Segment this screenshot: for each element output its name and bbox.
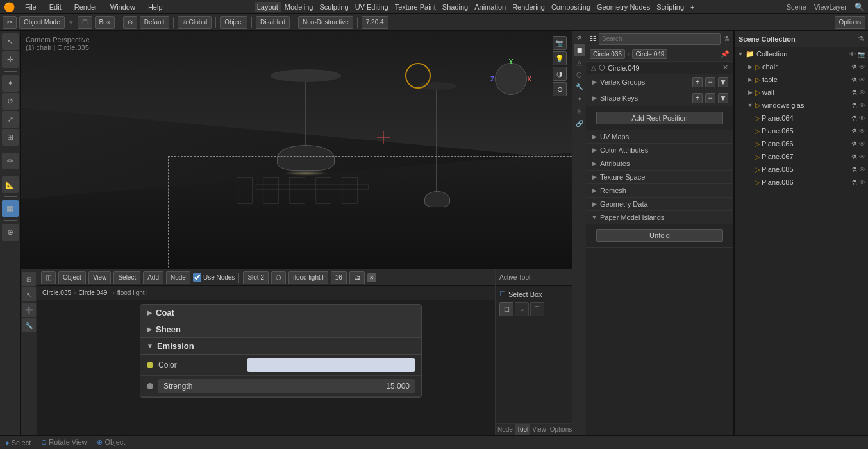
circle-mode-btn[interactable]: ○ bbox=[515, 302, 529, 316]
options-btn[interactable]: Options bbox=[835, 16, 865, 29]
node-select-btn[interactable]: ↖ bbox=[22, 287, 36, 301]
object-icon-btn[interactable]: 🔲 bbox=[574, 44, 585, 56]
pin-btn[interactable]: 📌 bbox=[721, 50, 730, 58]
tab-sculpting[interactable]: Sculpting bbox=[317, 2, 351, 12]
plane086-eye[interactable]: 👁 bbox=[859, 179, 865, 186]
plane065-eye[interactable]: 👁 bbox=[859, 128, 865, 135]
node-tool-btn[interactable]: 🔧 bbox=[22, 318, 36, 332]
lasso-mode-btn[interactable]: ⌒ bbox=[530, 302, 544, 316]
tree-item-plane085[interactable]: ▷ Plane.085 ⚗ 👁 bbox=[735, 163, 868, 176]
modifier-icon-btn[interactable]: 🔧 bbox=[574, 81, 585, 92]
select-tool-btn[interactable]: ↖ bbox=[2, 33, 19, 50]
rotate-tool-btn[interactable]: ↺ bbox=[2, 93, 19, 110]
tree-item-chair[interactable]: ▶ ▷ chair ⚗ 👁 bbox=[735, 60, 868, 73]
tab-shading[interactable]: Shading bbox=[440, 2, 471, 12]
add-rest-btn[interactable]: Add Rest Position bbox=[596, 112, 723, 124]
node-add-btn[interactable]: ➕ bbox=[22, 303, 36, 317]
node-view-btn[interactable]: ⊞ bbox=[22, 272, 36, 286]
node-node-menu[interactable]: Node bbox=[166, 271, 190, 284]
tree-item-wall[interactable]: ▶ ▷ wall ⚗ 👁 bbox=[735, 86, 868, 99]
physics-icon-btn[interactable]: ⚛ bbox=[574, 105, 585, 117]
filter-icon-btn[interactable]: ⚗ bbox=[574, 32, 585, 44]
menu-help[interactable]: Help bbox=[146, 2, 165, 12]
object-mode-btn[interactable]: Object Mode bbox=[19, 16, 65, 29]
shape-keys-header[interactable]: ▶ Shape Keys + − ▼ bbox=[586, 90, 733, 106]
sheen-section-header[interactable]: ▶ Sheen bbox=[140, 321, 421, 338]
tab-modeling[interactable]: Modeling bbox=[282, 2, 316, 12]
plane085-eye[interactable]: 👁 bbox=[859, 166, 865, 173]
material-btn[interactable]: ⬡ bbox=[271, 271, 286, 284]
menu-render[interactable]: Render bbox=[72, 2, 100, 12]
collection-cam[interactable]: 📷 bbox=[858, 51, 865, 58]
editor-type-btn[interactable]: ◫ bbox=[41, 271, 56, 284]
fake-user-btn[interactable]: ✕ bbox=[722, 64, 728, 72]
type-btn[interactable]: Object bbox=[220, 16, 247, 29]
view-tab[interactable]: View bbox=[530, 424, 548, 435]
transform-tool-btn[interactable]: ⊞ bbox=[2, 129, 19, 146]
users-btn[interactable]: 16 bbox=[331, 271, 347, 284]
material-icon-btn[interactable]: ⬡ bbox=[574, 69, 585, 80]
move-tool-btn[interactable]: ✦ bbox=[2, 75, 19, 92]
breadcrumb-item-1[interactable]: Circle.035 bbox=[42, 289, 71, 296]
camera-icon[interactable]: 📷 bbox=[553, 36, 567, 50]
viewport-shading-icon[interactable]: ◑ bbox=[553, 67, 567, 81]
wall-eye[interactable]: 👁 bbox=[859, 89, 865, 96]
table-eye[interactable]: 👁 bbox=[859, 76, 865, 83]
vg-remove-btn[interactable]: − bbox=[705, 77, 715, 87]
tree-item-windows[interactable]: ▼ ▷ windows glas ⚗ 👁 bbox=[735, 99, 868, 112]
tab-compositing[interactable]: Compositing bbox=[549, 2, 593, 12]
circle-049-btn[interactable]: Circle.049 bbox=[632, 49, 667, 59]
plane064-eye[interactable]: 👁 bbox=[859, 115, 865, 122]
box-select-btn[interactable]: ☐ bbox=[78, 16, 92, 29]
shading-tool-btn[interactable]: ▦ bbox=[2, 200, 19, 217]
vg-add-btn[interactable]: + bbox=[692, 77, 703, 87]
collection-eye[interactable]: 👁 bbox=[849, 51, 856, 58]
pivot-btn[interactable]: ⊙ bbox=[123, 16, 137, 29]
extra-tool-btn[interactable]: ⊕ bbox=[2, 224, 19, 241]
box-mode-btn[interactable]: ☐ bbox=[499, 302, 513, 316]
tree-item-table[interactable]: ▶ ▷ table ⚗ 👁 bbox=[735, 73, 868, 86]
tree-item-plane086[interactable]: ▷ Plane.086 ⚗ 👁 bbox=[735, 176, 868, 189]
tree-item-plane065[interactable]: ▷ Plane.065 ⚗ 👁 bbox=[735, 124, 868, 137]
sk-options-btn[interactable]: ▼ bbox=[718, 93, 728, 103]
tab-rendering[interactable]: Rendering bbox=[510, 2, 547, 12]
menu-window[interactable]: Window bbox=[108, 2, 138, 12]
tab-animation[interactable]: Animation bbox=[472, 2, 508, 12]
coat-section-header[interactable]: ▶ Coat bbox=[140, 305, 421, 321]
mesh-icon-btn[interactable]: △ bbox=[574, 56, 585, 68]
vg-options-btn[interactable]: ▼ bbox=[718, 77, 728, 87]
global-btn[interactable]: ⊕ Global bbox=[178, 16, 212, 29]
mode-select[interactable]: ✂ bbox=[3, 16, 17, 29]
tree-item-collection[interactable]: ▼ 📁 Collection 👁 📷 bbox=[735, 47, 868, 60]
constraints-icon-btn[interactable]: 🔗 bbox=[574, 117, 585, 129]
proportional-btn[interactable]: Disabled bbox=[256, 16, 290, 29]
node-select-menu[interactable]: Select bbox=[113, 271, 140, 284]
sk-add-btn[interactable]: + bbox=[692, 93, 703, 103]
node-add-menu[interactable]: Add bbox=[143, 271, 163, 284]
material-name-btn[interactable]: flood light l bbox=[288, 271, 328, 284]
paper-model-header[interactable]: ▼ Paper Model Islands bbox=[586, 211, 733, 224]
render-preview-icon[interactable]: 💡 bbox=[553, 51, 567, 65]
tab-uv-editing[interactable]: UV Editing bbox=[353, 2, 391, 12]
uv-maps-header[interactable]: ▶ UV Maps bbox=[586, 130, 733, 143]
outliner-search[interactable] bbox=[599, 33, 721, 45]
circle-035-btn[interactable]: Circle.035 bbox=[590, 49, 625, 59]
3d-viewport[interactable]: Camera Perspective (1) chair | Circle.03… bbox=[21, 31, 572, 268]
tree-item-plane064[interactable]: ▷ Plane.064 ⚗ 👁 bbox=[735, 112, 868, 124]
pivot-label-btn[interactable]: Default bbox=[140, 16, 169, 29]
windows-eye[interactable]: 👁 bbox=[859, 102, 865, 109]
tab-geometry-nodes[interactable]: Geometry Nodes bbox=[594, 2, 653, 12]
use-nodes-checkbox[interactable] bbox=[193, 273, 201, 282]
use-nodes-label[interactable]: Use Nodes bbox=[193, 273, 235, 282]
filter-btn[interactable]: ⚗ bbox=[723, 35, 730, 43]
transform-btn[interactable]: Box bbox=[95, 16, 115, 29]
tab-layout[interactable]: Layout bbox=[255, 2, 281, 12]
menu-edit[interactable]: Edit bbox=[47, 2, 64, 12]
menu-file[interactable]: File bbox=[22, 2, 39, 12]
node-mode-btn[interactable]: Object bbox=[58, 271, 86, 284]
tree-item-plane067[interactable]: ▷ Plane.067 ⚗ 👁 bbox=[735, 150, 868, 163]
editor-close-btn[interactable]: ✕ bbox=[367, 273, 376, 282]
navigation-gizmo[interactable]: X Y Z bbox=[495, 63, 533, 101]
new-material-btn[interactable]: 🗂 bbox=[349, 271, 365, 284]
plane067-eye[interactable]: 👁 bbox=[859, 153, 865, 160]
